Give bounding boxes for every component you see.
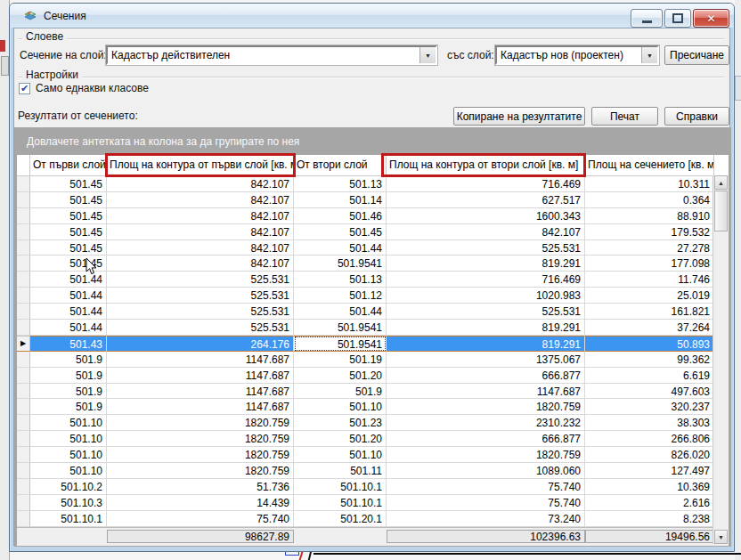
row-indicator[interactable]	[17, 224, 30, 240]
table-row[interactable]: 501.101820.759501.101820.759826.020	[17, 447, 729, 463]
row-indicator[interactable]	[17, 256, 30, 272]
row-indicator[interactable]	[17, 176, 30, 192]
grid-cell[interactable]: 501.45	[30, 240, 107, 256]
table-row[interactable]: 501.10.251.736501.10.175.74010.369	[17, 479, 729, 495]
grid-cell[interactable]: 501.45	[294, 224, 387, 240]
row-indicator[interactable]	[17, 415, 30, 431]
grid-cell[interactable]: 525.531	[387, 240, 585, 256]
row-indicator[interactable]	[17, 368, 30, 384]
table-row[interactable]: ▶501.43264.176501.9541819.29150.893	[17, 336, 729, 352]
grid-cell[interactable]: 501.44	[30, 304, 107, 320]
intersect-button[interactable]: Пресичане	[664, 45, 729, 65]
grid-cell[interactable]: 525.531	[107, 272, 294, 288]
grid-cell[interactable]: 501.10	[30, 415, 107, 431]
grid-cell[interactable]: 8.238	[585, 511, 714, 527]
table-row[interactable]: 501.10.314.439501.10.175.7402.616	[17, 495, 729, 511]
grid-cell[interactable]: 842.107	[107, 176, 294, 192]
grid-cell[interactable]: 25.019	[585, 288, 714, 304]
grid-cell[interactable]: 501.44	[30, 288, 107, 304]
grid-cell[interactable]: 99.362	[585, 352, 714, 368]
grid-cell[interactable]: 501.10	[30, 447, 107, 463]
grid-cell[interactable]: 501.10.1	[294, 495, 387, 511]
grid-cell[interactable]: 501.9	[30, 368, 107, 384]
row-indicator[interactable]	[17, 192, 30, 208]
table-row[interactable]: 501.44525.531501.13716.46911.746	[17, 272, 729, 288]
grid-cell[interactable]: 501.20	[294, 368, 387, 384]
row-indicator[interactable]	[17, 399, 30, 415]
grid-cell[interactable]: 501.44	[294, 240, 387, 256]
grid-cell[interactable]: 842.107	[107, 192, 294, 208]
grid-cell[interactable]: 1820.759	[107, 447, 294, 463]
row-indicator[interactable]	[17, 272, 30, 288]
grid-column-header[interactable]: От първи слой	[30, 155, 107, 175]
row-indicator[interactable]	[17, 304, 30, 320]
grid-cell[interactable]: 1020.983	[387, 288, 585, 304]
grid-cell[interactable]: 501.9	[30, 352, 107, 368]
scroll-up-icon[interactable]: ▲	[714, 175, 728, 190]
scrollbar-thumb[interactable]	[714, 191, 728, 231]
grid-cell[interactable]: 11.746	[585, 272, 714, 288]
grid-cell[interactable]: 501.19	[294, 352, 387, 368]
table-row[interactable]: 501.101820.759501.232310.23238.303	[17, 415, 729, 431]
grid-cell[interactable]: 1820.759	[387, 399, 585, 415]
grid-cell[interactable]: 88.910	[585, 208, 714, 224]
grid-cell[interactable]: 501.10.1	[294, 479, 387, 495]
table-row[interactable]: 501.45842.107501.14627.5170.364	[17, 192, 729, 208]
grid-cell[interactable]: 75.740	[387, 479, 585, 495]
second-layer-combobox[interactable]: Кадастър нов (проектен) ▼	[495, 45, 659, 65]
grid-cell[interactable]: 501.45	[30, 176, 107, 192]
grid-cell[interactable]: 501.44	[294, 304, 387, 320]
grid-cell[interactable]: 14.439	[107, 495, 294, 511]
same-classes-checkbox[interactable]: ✔	[19, 83, 30, 94]
chevron-down-icon[interactable]: ▼	[419, 47, 436, 63]
table-row[interactable]: 501.45842.107501.461600.34388.910	[17, 208, 729, 224]
grid-column-header[interactable]: От втори слой	[294, 155, 387, 175]
table-row[interactable]: 501.45842.107501.13716.46910.311	[17, 176, 729, 192]
grid-cell[interactable]: 1089.060	[387, 463, 585, 479]
grid-cell[interactable]: 501.10.3	[30, 495, 107, 511]
grid-cell[interactable]: 50.893	[585, 336, 714, 352]
grid-cell[interactable]: 51.736	[107, 479, 294, 495]
grid-cell[interactable]: 177.098	[585, 256, 714, 272]
grid-cell[interactable]: 1820.759	[387, 447, 585, 463]
grid-cell[interactable]: 501.11	[294, 463, 387, 479]
grid-cell[interactable]: 1147.687	[107, 352, 294, 368]
grid-cell[interactable]: 627.517	[387, 192, 585, 208]
grid-cell[interactable]: 501.43	[30, 336, 107, 352]
table-row[interactable]: 501.91147.687501.101820.759320.237	[17, 399, 729, 415]
grid-cell[interactable]: 819.291	[387, 320, 585, 336]
grid-cell[interactable]: 1820.759	[107, 463, 294, 479]
grid-cell[interactable]: 37.264	[585, 320, 714, 336]
grid-cell[interactable]: 75.740	[107, 511, 294, 527]
row-indicator[interactable]	[17, 288, 30, 304]
row-indicator[interactable]	[17, 463, 30, 479]
grid-cell[interactable]: 501.13	[294, 176, 387, 192]
grid-cell[interactable]: 525.531	[107, 304, 294, 320]
grid-column-header[interactable]: Площ на контура от първи слой [кв. м]	[107, 155, 294, 175]
grid-cell[interactable]: 501.46	[294, 208, 387, 224]
table-row[interactable]: 501.91147.687501.191375.06799.362	[17, 352, 729, 368]
grid-cell[interactable]: 842.107	[107, 208, 294, 224]
grid-cell[interactable]: 501.23	[294, 415, 387, 431]
grid-cell[interactable]: 38.303	[585, 415, 714, 431]
grid-cell[interactable]: 666.877	[387, 431, 585, 447]
table-row[interactable]: 501.101820.759501.20666.877266.806	[17, 431, 729, 447]
reports-button[interactable]: Справки	[664, 107, 729, 126]
maximize-button[interactable]	[664, 9, 691, 28]
first-layer-combobox[interactable]: Кадастър действителен ▼	[106, 45, 437, 65]
group-by-band[interactable]: Довлачете антетката на колона за да груп…	[17, 127, 729, 155]
grid-cell[interactable]: 501.9	[30, 384, 107, 400]
grid-cell[interactable]: 127.497	[585, 463, 714, 479]
row-indicator[interactable]	[17, 495, 30, 511]
grid-cell[interactable]: 819.291	[387, 336, 585, 352]
grid-cell[interactable]: 1147.687	[387, 384, 585, 400]
row-indicator[interactable]	[17, 384, 30, 400]
grid-column-header[interactable]: Площ на сечението [кв. м]	[585, 155, 714, 175]
grid-cell[interactable]: 501.45	[30, 256, 107, 272]
table-row[interactable]: 501.44525.531501.44525.531161.821	[17, 304, 729, 320]
grid-cell[interactable]: 320.237	[585, 399, 714, 415]
minimize-button[interactable]	[631, 9, 663, 28]
grid-cell[interactable]: 501.45	[30, 208, 107, 224]
grid-cell[interactable]: 179.532	[585, 224, 714, 240]
grid-cell[interactable]: 842.107	[387, 224, 585, 240]
